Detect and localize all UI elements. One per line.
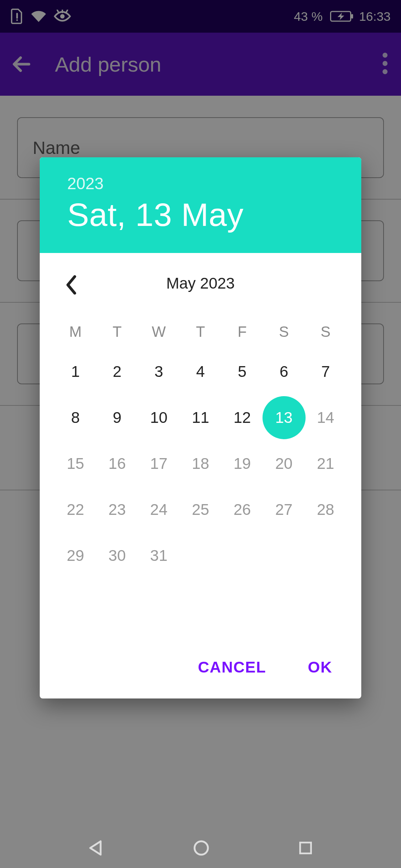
day-cell[interactable]: 23 [96, 495, 138, 524]
calendar-grid: MTWTFSS123456789101112131415161718192021… [55, 323, 346, 570]
day-cell[interactable]: 31 [138, 541, 180, 570]
day-cell[interactable]: 16 [96, 449, 138, 478]
dialog-headline-date[interactable]: Sat, 13 May [67, 196, 334, 234]
dialog-year[interactable]: 2023 [67, 174, 334, 193]
weekday-header: M [55, 323, 96, 340]
day-cell[interactable]: 19 [221, 449, 263, 478]
svg-point-6 [195, 841, 208, 855]
day-cell[interactable]: 27 [263, 495, 304, 524]
day-cell-empty [263, 541, 304, 570]
day-cell[interactable]: 20 [263, 449, 304, 478]
day-cell[interactable]: 7 [305, 357, 346, 386]
ok-button[interactable]: OK [305, 652, 335, 682]
prev-month-button[interactable] [55, 268, 88, 302]
day-cell[interactable]: 18 [180, 449, 221, 478]
day-cell[interactable]: 24 [138, 495, 180, 524]
day-cell-empty [180, 541, 221, 570]
day-cell-empty [305, 541, 346, 570]
day-cell[interactable]: 4 [180, 357, 221, 386]
nav-back-icon[interactable] [87, 839, 105, 857]
day-cell[interactable]: 8 [55, 403, 96, 432]
day-cell[interactable]: 26 [221, 495, 263, 524]
day-cell[interactable]: 29 [55, 541, 96, 570]
day-cell[interactable]: 2 [96, 357, 138, 386]
weekday-header: T [180, 323, 221, 340]
day-cell[interactable]: 11 [180, 403, 221, 432]
weekday-header: W [138, 323, 180, 340]
day-cell[interactable]: 3 [138, 357, 180, 386]
day-cell[interactable]: 9 [96, 403, 138, 432]
month-row: May 2023 [55, 265, 346, 302]
weekday-header: F [221, 323, 263, 340]
date-picker-dialog: 2023 Sat, 13 May May 2023 MTWTFSS1234567… [40, 157, 361, 698]
day-cell[interactable]: 17 [138, 449, 180, 478]
day-cell[interactable]: 1 [55, 357, 96, 386]
day-cell[interactable]: 21 [305, 449, 346, 478]
day-cell[interactable]: 25 [180, 495, 221, 524]
cancel-button[interactable]: CANCEL [195, 652, 269, 682]
day-cell-empty [221, 541, 263, 570]
dialog-body: May 2023 MTWTFSS123456789101112131415161… [40, 253, 361, 642]
day-cell[interactable]: 14 [305, 403, 346, 432]
weekday-header: S [263, 323, 304, 340]
day-cell[interactable]: 5 [221, 357, 263, 386]
day-cell[interactable]: 13 [263, 403, 304, 432]
day-cell[interactable]: 10 [138, 403, 180, 432]
month-label[interactable]: May 2023 [166, 274, 235, 292]
system-nav-bar [0, 828, 401, 868]
dialog-actions: CANCEL OK [40, 642, 361, 698]
day-cell[interactable]: 6 [263, 357, 304, 386]
day-cell[interactable]: 28 [305, 495, 346, 524]
nav-recent-icon[interactable] [297, 840, 314, 856]
day-cell[interactable]: 22 [55, 495, 96, 524]
dialog-header: 2023 Sat, 13 May [40, 157, 361, 253]
nav-home-icon[interactable] [192, 839, 210, 857]
day-cell[interactable]: 12 [221, 403, 263, 432]
weekday-header: T [96, 323, 138, 340]
day-cell[interactable]: 15 [55, 449, 96, 478]
day-cell[interactable]: 30 [96, 541, 138, 570]
weekday-header: S [305, 323, 346, 340]
svg-rect-7 [300, 842, 311, 853]
